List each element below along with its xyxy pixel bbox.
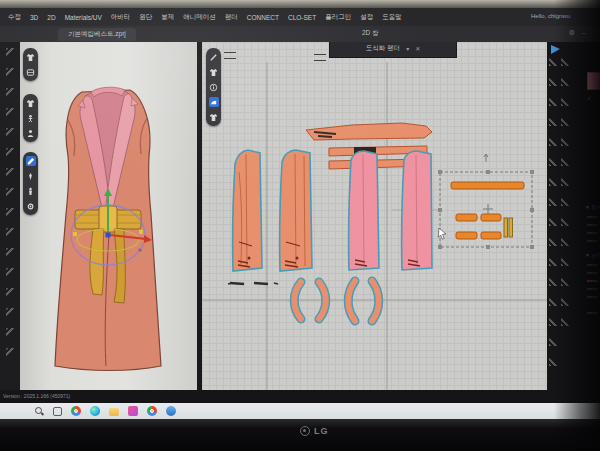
project-file-tab[interactable]: 기본예림베스트.zprj [58,28,136,41]
tool-icon[interactable] [561,218,569,226]
tool-icon[interactable] [6,148,15,157]
tool-icon[interactable] [561,78,569,86]
tool-icon[interactable] [6,168,15,177]
tool-icon[interactable] [549,198,557,206]
clo-app-icon[interactable] [166,406,176,416]
settings-gear-icon[interactable]: ⚙ [569,29,575,37]
main-area: 도식화 렌더 ▾ ✕ [0,42,600,390]
task-view-icon[interactable] [53,407,62,416]
menu-item-settings[interactable]: 설정 [360,13,373,22]
property-row-warning [587,280,598,282]
paint-icon[interactable] [26,156,36,166]
tool-icon[interactable] [561,158,569,166]
tool-icon[interactable] [6,128,15,137]
user-greeting[interactable]: Hello, chlgnwu [531,13,570,19]
search-icon[interactable] [34,406,44,416]
simulate-icon[interactable] [551,45,560,54]
tool-icon[interactable] [561,278,569,286]
tool-icon[interactable] [561,238,569,246]
menu-item-sewing[interactable]: 봉제 [161,13,174,22]
tool-icon[interactable] [549,318,557,326]
lg-circle-icon [300,426,310,436]
texture-icon[interactable] [209,97,219,107]
viewport-3d[interactable] [20,42,197,390]
menu-item-materials-uv[interactable]: Materials/UV [65,14,102,21]
tool-icon[interactable] [549,158,557,166]
tool-icon[interactable] [549,118,557,126]
tool-icon[interactable] [549,298,557,306]
tool-icon[interactable] [549,238,557,246]
menu-item-animation[interactable]: 애니메이션 [183,13,216,22]
edge-icon[interactable] [90,406,100,416]
tool-icon[interactable] [6,228,15,237]
pin-icon[interactable] [26,171,36,181]
tool-icon[interactable] [549,258,557,266]
garment-icon[interactable] [209,67,219,77]
menu-item-edit[interactable]: 수정 [8,13,21,22]
avatar-display-icon[interactable] [26,98,36,108]
file-explorer-icon[interactable] [109,408,119,416]
tool-icon[interactable] [6,48,15,57]
tool-icon[interactable] [6,208,15,217]
fabric-color-swatch[interactable] [587,72,600,90]
photos-app-icon[interactable] [128,406,138,416]
shirt-icon[interactable] [209,112,219,122]
tool-icon[interactable] [561,258,569,266]
garment-display-icon[interactable] [26,52,36,62]
tool-icon[interactable] [6,348,15,357]
minimize-icon[interactable]: – [582,29,586,37]
tool-icon[interactable] [6,268,15,277]
fabric-display-icon[interactable] [26,67,36,77]
render-settings-icon[interactable] [26,201,36,211]
tool-icon[interactable] [6,328,15,337]
tool-icon[interactable] [549,218,557,226]
menu-item-2d[interactable]: 2D [47,14,55,21]
tool-icon[interactable] [561,118,569,126]
properties-section-info[interactable]: ▼ 정보 [585,204,600,210]
menu-item-help[interactable]: 도움말 [382,13,402,22]
tool-icon[interactable] [6,88,15,97]
tool-icon[interactable] [549,98,557,106]
menu-item-3d[interactable]: 3D [30,14,38,21]
tool-icon[interactable] [561,298,569,306]
menu-item-fabric[interactable]: 원단 [139,13,152,22]
pen-icon[interactable] [209,52,219,62]
mannequin-icon[interactable] [26,186,36,196]
tool-icon[interactable] [6,308,15,317]
tool-icon[interactable] [6,188,15,197]
chevron-down-icon[interactable]: ▾ [406,45,409,52]
tool-icon[interactable] [6,288,15,297]
tool-icon[interactable] [6,108,15,117]
chrome-icon[interactable] [71,406,81,416]
pose-icon[interactable] [26,113,36,123]
tool-icon[interactable] [549,338,557,346]
tool-icon[interactable] [561,198,569,206]
tool-icon[interactable] [561,98,569,106]
chrome-icon[interactable] [147,406,157,416]
tool-icon[interactable] [6,248,15,257]
info-icon[interactable] [209,82,219,92]
version-text: Version : 2025.1.166 (450971) [3,393,70,399]
close-icon[interactable]: ✕ [415,45,420,52]
properties-section-selection[interactable]: ▼ 선택 선 [585,252,600,258]
menu-item-render[interactable]: 렌더 [225,13,238,22]
viewport-2d[interactable]: 도식화 렌더 ▾ ✕ [202,42,547,390]
menu-item-plugin[interactable]: 플러그인 [325,13,351,22]
tool-icon[interactable] [549,178,557,186]
tool-icon[interactable] [561,58,569,66]
tool-icon[interactable] [561,178,569,186]
render-tab[interactable]: 도식화 렌더 ▾ ✕ [329,42,457,58]
check-icon: ✓ [587,94,592,101]
text-tool-icon[interactable] [549,278,557,286]
tool-icon[interactable] [561,138,569,146]
tool-icon[interactable] [561,318,569,326]
avatar-icon[interactable] [26,128,36,138]
tool-icon[interactable] [549,58,557,66]
menu-item-connect[interactable]: CONNECT [247,14,279,21]
tool-icon[interactable] [6,68,15,77]
menu-item-clo-set[interactable]: CLO-SET [288,14,316,21]
tool-icon[interactable] [549,78,557,86]
tool-icon[interactable] [549,138,557,146]
tool-icon[interactable] [549,358,557,366]
menu-item-avatar[interactable]: 아바타 [111,13,131,22]
